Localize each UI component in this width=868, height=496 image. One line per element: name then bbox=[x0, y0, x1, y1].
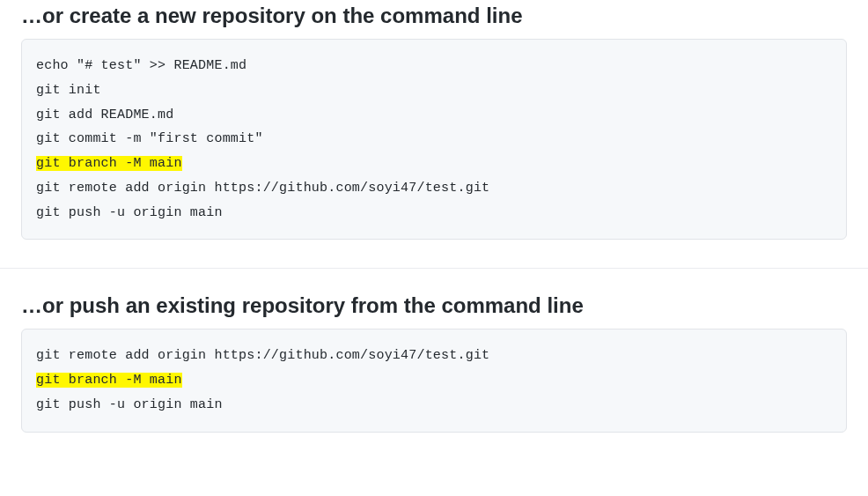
section-divider bbox=[0, 268, 868, 269]
create-repo-section: …or create a new repository on the comma… bbox=[0, 4, 868, 240]
code-line: git remote add origin https://github.com… bbox=[36, 344, 832, 368]
section-heading-create: …or create a new repository on the comma… bbox=[21, 4, 847, 28]
code-line: git branch -M main bbox=[36, 152, 832, 176]
code-block-push[interactable]: git remote add origin https://github.com… bbox=[21, 329, 847, 432]
section-heading-push: …or push an existing repository from the… bbox=[21, 293, 847, 318]
highlighted-code: git branch -M main bbox=[36, 373, 182, 388]
code-block-create[interactable]: echo "# test" >> README.mdgit initgit ad… bbox=[21, 39, 847, 240]
code-line: git branch -M main bbox=[36, 368, 832, 393]
highlighted-code: git branch -M main bbox=[36, 156, 182, 171]
code-line: git commit -m "first commit" bbox=[36, 127, 832, 152]
push-repo-section: …or push an existing repository from the… bbox=[0, 293, 868, 432]
code-line: git remote add origin https://github.com… bbox=[36, 176, 832, 201]
code-line: echo "# test" >> README.md bbox=[36, 54, 832, 78]
code-line: git push -u origin main bbox=[36, 201, 832, 226]
code-line: git add README.md bbox=[36, 103, 832, 128]
code-line: git push -u origin main bbox=[36, 393, 832, 418]
code-line: git init bbox=[36, 78, 832, 103]
